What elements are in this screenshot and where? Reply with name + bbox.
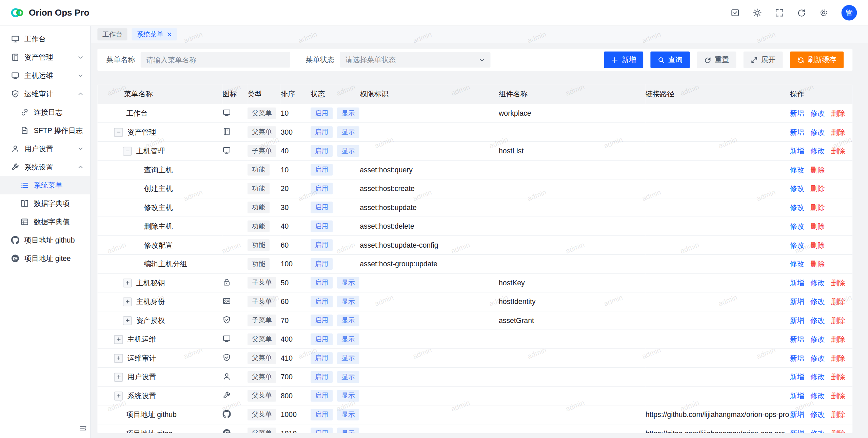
sidebar-item[interactable]: 数据字典项 [0, 194, 90, 213]
reset-button[interactable]: 重置 [697, 52, 736, 68]
collapse-row-icon[interactable] [123, 147, 132, 155]
sidebar-item[interactable]: 用户设置 [0, 139, 90, 158]
sidebar-item[interactable]: 项目地址 github [0, 231, 90, 249]
sidebar-item[interactable]: 资产管理 [0, 48, 90, 66]
row-action-add[interactable]: 新增 [790, 109, 804, 117]
row-action-edit[interactable]: 修改 [810, 429, 825, 433]
expand-row-icon[interactable] [114, 335, 123, 344]
row-action-edit[interactable]: 修改 [810, 410, 825, 418]
row-action-edit[interactable]: 修改 [810, 335, 825, 343]
row-action-delete[interactable]: 删除 [810, 241, 825, 249]
row-action-delete[interactable]: 删除 [810, 222, 825, 230]
menu-status-select[interactable]: 请选择菜单状态 [340, 52, 490, 68]
row-action-add[interactable]: 新增 [790, 278, 804, 286]
row-action-edit[interactable]: 修改 [790, 203, 804, 211]
sidebar-item[interactable]: 主机运维 [0, 66, 90, 85]
add-button[interactable]: 新增 [604, 52, 643, 68]
tab-item[interactable]: 系统菜单 [132, 28, 177, 40]
row-action-edit[interactable]: 修改 [790, 184, 804, 192]
sidebar-item-label: 系统设置 [24, 162, 53, 172]
menu-sort: 40 [281, 222, 289, 230]
row-action-delete[interactable]: 删除 [831, 278, 845, 286]
row-action-edit[interactable]: 修改 [810, 297, 825, 305]
row-action-delete[interactable]: 删除 [831, 410, 845, 418]
row-action-add[interactable]: 新增 [790, 354, 804, 362]
row-action-edit[interactable]: 修改 [790, 165, 804, 173]
avatar[interactable]: 管 [842, 5, 857, 21]
fullscreen-icon[interactable] [775, 8, 784, 17]
row-action-delete[interactable]: 删除 [810, 260, 825, 268]
search-button[interactable]: 查询 [650, 52, 690, 68]
row-action-edit[interactable]: 修改 [790, 222, 804, 230]
row-action-add[interactable]: 新增 [790, 391, 804, 399]
row-action-delete[interactable]: 删除 [831, 128, 845, 136]
row-action-add[interactable]: 新增 [790, 429, 804, 433]
expand-button[interactable]: 展开 [744, 52, 783, 68]
close-icon[interactable] [166, 32, 172, 37]
row-action-add[interactable]: 新增 [790, 410, 804, 418]
row-action-delete[interactable]: 删除 [831, 373, 845, 381]
tab-item[interactable]: 工作台 [97, 28, 127, 40]
row-action-edit[interactable]: 修改 [810, 109, 825, 117]
collapse-sidebar-button[interactable] [78, 424, 88, 434]
table-body: 工作台父菜单10启用显示workplace新增修改删除资产管理父菜单300启用显… [97, 104, 852, 433]
row-action-edit[interactable]: 修改 [810, 128, 825, 136]
expand-row-icon[interactable] [114, 373, 123, 381]
row-action-edit[interactable]: 修改 [810, 373, 825, 381]
sidebar-item[interactable]: 系统菜单 [0, 176, 90, 194]
collapse-row-icon[interactable] [114, 128, 123, 136]
row-action-delete[interactable]: 删除 [831, 147, 845, 155]
row-action-add[interactable]: 新增 [790, 297, 804, 305]
status-badge-visible: 显示 [337, 126, 359, 138]
sidebar-item[interactable]: SFTP 操作日志 [0, 121, 90, 140]
row-action-delete[interactable]: 删除 [831, 109, 845, 117]
row-action-edit[interactable]: 修改 [790, 260, 804, 268]
expand-row-icon[interactable] [114, 391, 123, 400]
sidebar-item[interactable]: 数据字典值 [0, 213, 90, 231]
table-row: 删除主机功能40启用asset:host:delete修改删除 [97, 217, 852, 236]
row-action-edit[interactable]: 修改 [810, 354, 825, 362]
row-action-edit[interactable]: 修改 [790, 241, 804, 249]
sidebar-item[interactable]: 项目地址 gitee [0, 249, 90, 268]
row-action-add[interactable]: 新增 [790, 373, 804, 381]
panel-check-icon[interactable] [731, 8, 739, 17]
sidebar-item[interactable]: 运维审计 [0, 85, 90, 103]
refresh-icon[interactable] [797, 8, 806, 17]
row-action-add[interactable]: 新增 [790, 147, 804, 155]
status-badge-visible: 显示 [337, 145, 359, 157]
sidebar-item[interactable]: 系统设置 [0, 158, 90, 176]
status-badge-visible: 显示 [337, 108, 359, 119]
row-action-edit[interactable]: 修改 [810, 147, 825, 155]
row-action-add[interactable]: 新增 [790, 316, 804, 324]
row-action-add[interactable]: 新增 [790, 335, 804, 343]
row-action-delete[interactable]: 删除 [810, 203, 825, 211]
row-action-delete[interactable]: 删除 [831, 316, 845, 324]
row-action-delete[interactable]: 删除 [831, 391, 845, 399]
row-action-edit[interactable]: 修改 [810, 278, 825, 286]
row-action-delete[interactable]: 删除 [810, 184, 825, 192]
expand-row-icon[interactable] [123, 316, 132, 325]
shield-icon [222, 353, 231, 361]
row-action-edit[interactable]: 修改 [810, 316, 825, 324]
sidebar-item[interactable]: 工作台 [0, 30, 90, 48]
row-action-delete[interactable]: 删除 [831, 335, 845, 343]
row-action-add[interactable]: 新增 [790, 128, 804, 136]
row-action-delete[interactable]: 删除 [831, 297, 845, 305]
menu-sort: 60 [281, 241, 289, 249]
refresh-cache-button[interactable]: 刷新缓存 [790, 52, 844, 68]
expand-row-icon[interactable] [123, 297, 132, 306]
sidebar-item-label: 连接日志 [34, 107, 63, 117]
row-action-edit[interactable]: 修改 [810, 391, 825, 399]
expand-row-icon[interactable] [123, 278, 132, 287]
row-action-delete[interactable]: 删除 [810, 165, 825, 173]
status-badge-visible: 显示 [337, 409, 359, 420]
status-badge-enabled: 启用 [311, 126, 333, 138]
sidebar-item[interactable]: 连接日志 [0, 103, 90, 121]
tab-label: 工作台 [102, 30, 122, 39]
settings-gear-icon[interactable] [819, 8, 828, 17]
expand-row-icon[interactable] [114, 354, 123, 362]
menu-name-input[interactable] [141, 52, 290, 68]
row-action-delete[interactable]: 删除 [831, 354, 845, 362]
row-action-delete[interactable]: 删除 [831, 429, 845, 433]
theme-sun-icon[interactable] [753, 8, 762, 17]
